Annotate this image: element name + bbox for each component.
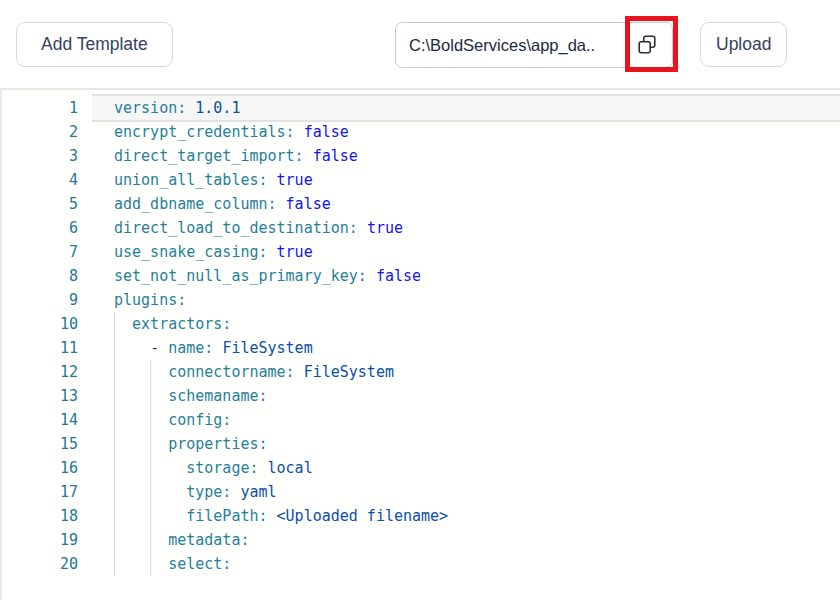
code-line[interactable]: 13 schemaname: [2,384,840,408]
code-line-content: config: [92,408,840,432]
line-number: 19 [2,528,92,552]
code-line[interactable]: 7use_snake_casing: true [2,240,840,264]
code-line-content: union_all_tables: true [92,168,840,192]
code-line-content: use_snake_casing: true [92,240,840,264]
code-line[interactable]: 11 - name: FileSystem [2,336,840,360]
line-number: 9 [2,288,92,312]
indent-guide [114,360,115,384]
indent-guide [150,504,151,528]
code-line-content: storage: local [92,456,840,480]
code-line-content: direct_load_to_destination: true [92,216,840,240]
code-line-content: connectorname: FileSystem [92,360,840,384]
code-line-content: select: [92,552,840,576]
code-line-content: direct_target_import: false [92,144,840,168]
code-line-content: filePath: <Uploaded filename> [92,504,840,528]
code-line-content: extractors: [92,312,840,336]
yaml-code-editor[interactable]: 1version: 1.0.12encrypt_credentials: fal… [0,88,840,600]
indent-guide [114,456,115,480]
line-number: 13 [2,384,92,408]
line-number: 7 [2,240,92,264]
code-line[interactable]: 20 select: [2,552,840,576]
copy-icon[interactable] [635,33,659,57]
indent-guide [114,336,115,360]
line-number: 18 [2,504,92,528]
line-number: 16 [2,456,92,480]
indent-guide [150,552,151,576]
indent-guide [150,480,151,504]
indent-guide [150,384,151,408]
code-line-content: schemaname: [92,384,840,408]
indent-guide [150,456,151,480]
line-number: 3 [2,144,92,168]
code-line-content: add_dbname_column: false [92,192,840,216]
code-line-content: version: 1.0.1 [92,96,840,120]
template-path-value: C:\BoldServices\app_da.. [409,36,629,55]
indent-guide [150,528,151,552]
line-number: 5 [2,192,92,216]
code-line[interactable]: 5add_dbname_column: false [2,192,840,216]
code-line[interactable]: 15 properties: [2,432,840,456]
code-line[interactable]: 9plugins: [2,288,840,312]
code-line-content: plugins: [92,288,840,312]
indent-guide [114,384,115,408]
indent-guide [114,480,115,504]
code-line[interactable]: 8set_not_null_as_primary_key: false [2,264,840,288]
code-line-content: - name: FileSystem [92,336,840,360]
indent-guide [114,504,115,528]
line-number: 4 [2,168,92,192]
code-line-content: metadata: [92,528,840,552]
code-line-content: encrypt_credentials: false [92,120,840,144]
code-line-content: set_not_null_as_primary_key: false [92,264,840,288]
line-number: 17 [2,480,92,504]
code-line-content: properties: [92,432,840,456]
template-path-field[interactable]: C:\BoldServices\app_da.. [395,22,673,68]
line-number: 8 [2,264,92,288]
line-number: 6 [2,216,92,240]
code-line-content: type: yaml [92,480,840,504]
indent-guide [150,360,151,384]
code-line[interactable]: 2encrypt_credentials: false [2,120,840,144]
indent-guide [114,432,115,456]
line-number: 20 [2,552,92,576]
code-line[interactable]: 4union_all_tables: true [2,168,840,192]
line-number: 10 [2,312,92,336]
line-number: 1 [2,96,92,120]
indent-guide [114,408,115,432]
code-line[interactable]: 19 metadata: [2,528,840,552]
add-template-button[interactable]: Add Template [16,22,173,67]
code-line[interactable]: 3direct_target_import: false [2,144,840,168]
indent-guide [114,528,115,552]
upload-button[interactable]: Upload [700,22,787,67]
code-line[interactable]: 12 connectorname: FileSystem [2,360,840,384]
code-line[interactable]: 1version: 1.0.1 [2,96,840,120]
code-line[interactable]: 6direct_load_to_destination: true [2,216,840,240]
indent-guide [114,312,115,336]
code-line[interactable]: 14 config: [2,408,840,432]
code-line[interactable]: 16 storage: local [2,456,840,480]
line-number: 2 [2,120,92,144]
code-line[interactable]: 10 extractors: [2,312,840,336]
line-number: 15 [2,432,92,456]
indent-guide [150,408,151,432]
line-number: 12 [2,360,92,384]
toolbar: Add Template C:\BoldServices\app_da.. Up… [0,0,840,88]
line-number: 14 [2,408,92,432]
indent-guide [114,552,115,576]
line-number: 11 [2,336,92,360]
code-line[interactable]: 17 type: yaml [2,480,840,504]
code-line[interactable]: 18 filePath: <Uploaded filename> [2,504,840,528]
indent-guide [150,432,151,456]
